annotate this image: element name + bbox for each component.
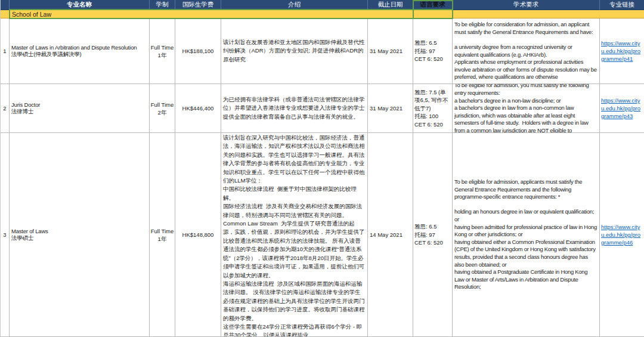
duration-text: Full Time 2年 <box>150 101 175 116</box>
language-requirements-text: 雅思: 6.5 托福: 97 CET 6: 520 <box>414 39 451 63</box>
duration-cell[interactable]: Full Time 1年 <box>150 133 175 337</box>
academic-requirements-cell[interactable]: To be eligible for admission, you must s… <box>453 84 600 133</box>
tuition-cell[interactable]: HK$188,100 <box>175 18 221 84</box>
academic-requirements-cell[interactable]: To be eligible for consideration for adm… <box>453 18 600 84</box>
academic-requirements-cell[interactable]: To be eligible for admission, applicants… <box>453 133 600 337</box>
deadline-cell[interactable]: 31 May 2021 <box>368 18 413 84</box>
program-name-cell[interactable]: Master of Laws in Arbitration and Disput… <box>10 18 150 84</box>
program-link-cell: https://www.cityu.edu.hk/pg/programme/p4… <box>600 133 644 337</box>
introduction-text: 该计划旨在发展香港和亚太地区国内和国际仲裁及替代性纠纷解决（ADR）方面的专业知… <box>223 38 366 64</box>
academic-requirements-text: To be eligible for admission, you must s… <box>454 84 597 133</box>
introduction-text: 为已经拥有非法律学科（或非普通法司法管辖区的法律学位）并希望进入香港法律专业或想… <box>223 95 366 121</box>
program-name-cell[interactable]: Master of Laws 法學碩士 <box>10 133 150 337</box>
col-header-program-link[interactable]: 专业链接 <box>600 0 644 10</box>
duration-text: Full Time 1年 <box>150 227 175 243</box>
table-row: 3 Master of Laws 法學碩士 Full Time 1年 HK$14… <box>1 133 644 337</box>
col-header-deadline[interactable]: 截止日期 <box>368 0 413 10</box>
program-link[interactable]: https://www.cityu.edu.hk/pg/programme/p4… <box>601 223 643 246</box>
duration-cell[interactable]: Full Time 2年 <box>150 84 175 133</box>
language-requirements-cell[interactable]: 雅思: 7.5 (单项6,5, 写作不低于7) 托福: 100 CET 6: 5… <box>413 84 453 133</box>
col-header-academic-requirements[interactable]: 学术要求 <box>453 0 600 10</box>
introduction-text: 该计划旨在深入研究与中国和比较法，国际经济法，普通法，海洋运输法，知识产权和技术… <box>223 134 366 337</box>
row-number[interactable]: 2 <box>1 84 10 133</box>
tuition-cell[interactable]: HK$446,400 <box>175 84 221 133</box>
col-header-tuition[interactable]: 国际生学费 <box>175 0 221 10</box>
language-requirements-cell[interactable]: 雅思: 6.5 托福: 97 CET 6: 520 <box>413 133 453 337</box>
row-number[interactable]: 3 <box>1 133 10 337</box>
header-row: 专业名称 学制 国际生学费 介绍 截止日期 语言要求 学术要求 专业链接 <box>1 0 644 10</box>
table-row: 2 Juris Doctor 法律博士 Full Time 2年 HK$446,… <box>1 84 644 133</box>
language-requirements-text: 雅思: 6.5 托福: 97 CET 6: 520 <box>414 222 451 247</box>
program-link[interactable]: https://www.cityu.edu.hk/pg/programme/p4… <box>601 39 643 63</box>
introduction-cell[interactable]: 该计划旨在发展香港和亚太地区国内和国际仲裁及替代性纠纷解决（ADR）方面的专业知… <box>221 18 368 84</box>
duration-text: Full Time 1年 <box>150 44 175 59</box>
col-header-introduction[interactable]: 介绍 <box>221 0 368 10</box>
col-header-program-name[interactable]: 专业名称 <box>10 0 150 10</box>
tuition-cell[interactable]: HK$148,800 <box>175 133 221 337</box>
academic-requirements-text: To be eligible for consideration for adm… <box>454 21 597 81</box>
table-row: 1 Master of Laws in Arbitration and Disp… <box>1 18 644 84</box>
group-row: School of Law <box>1 10 644 18</box>
deadline-cell[interactable]: 14 May 2021 <box>368 133 413 337</box>
introduction-cell[interactable]: 为已经拥有非法律学科（或非普通法司法管辖区的法律学位）并希望进入香港法律专业或想… <box>221 84 368 133</box>
program-link[interactable]: https://www.cityu.edu.hk/pg/programme/p4… <box>601 97 643 120</box>
deadline-cell[interactable]: 31 May 2021 <box>368 84 413 133</box>
group-row-number-cell[interactable] <box>1 10 10 18</box>
row-number[interactable]: 1 <box>1 18 10 84</box>
program-name-text: Juris Doctor 法律博士 <box>11 101 147 116</box>
spreadsheet: 专业名称 学制 国际生学费 介绍 截止日期 语言要求 学术要求 专业链接 Sch… <box>0 0 644 337</box>
col-header-duration[interactable]: 学制 <box>150 0 175 10</box>
program-link-cell: https://www.cityu.edu.hk/pg/programme/p4… <box>600 18 644 84</box>
col-header-language-requirements[interactable]: 语言要求 <box>413 0 453 10</box>
program-name-text: Master of Laws in Arbitration and Disput… <box>11 44 147 58</box>
academic-requirements-text: To be eligible for admission, applicants… <box>454 178 597 291</box>
program-name-cell[interactable]: Juris Doctor 法律博士 <box>10 84 150 133</box>
introduction-cell[interactable]: 该计划旨在深入研究与中国和比较法，国际经济法，普通法，海洋运输法，知识产权和技术… <box>221 133 368 337</box>
col-header-row-number[interactable] <box>1 0 10 10</box>
language-requirements-text: 雅思: 7.5 (单项6,5, 写作不低于7) 托福: 100 CET 6: 5… <box>414 88 451 129</box>
duration-cell[interactable]: Full Time 1年 <box>150 18 175 84</box>
group-label-school-of-law[interactable]: School of Law <box>10 10 644 18</box>
program-link-cell: https://www.cityu.edu.hk/pg/programme/p4… <box>600 84 644 133</box>
program-name-text: Master of Laws 法學碩士 <box>11 228 147 242</box>
language-requirements-cell[interactable]: 雅思: 6.5 托福: 97 CET 6: 520 <box>413 18 453 84</box>
